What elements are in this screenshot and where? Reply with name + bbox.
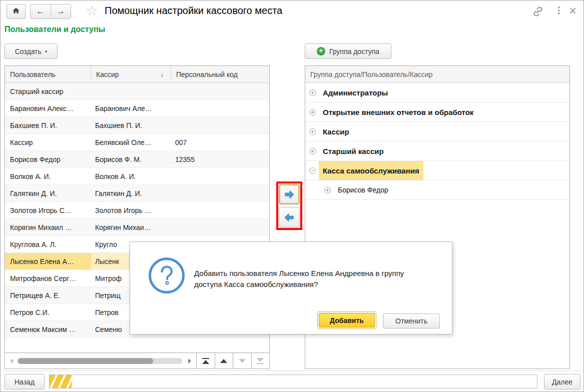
cell-user: Лысенко Елена А… xyxy=(5,253,91,270)
create-button[interactable]: Создать ▾ xyxy=(5,44,58,59)
confirm-button-outline: Добавить xyxy=(317,312,376,329)
column-header-user[interactable]: Пользователь xyxy=(5,66,91,82)
tree-group-row[interactable]: + Кассир xyxy=(305,122,569,142)
tree-group-row[interactable]: + Открытие внешних отчетов и обработок xyxy=(305,102,569,122)
tree-group-label: Администраторы xyxy=(319,83,392,102)
favorite-star-icon[interactable]: ☆ xyxy=(86,2,98,19)
cell-user: Корягин Михаил … xyxy=(5,219,91,236)
forward-button[interactable]: → xyxy=(51,4,71,18)
plus-icon: + xyxy=(317,47,325,56)
confirmation-dialog: Добавить пользователя Лысенко Елена Андр… xyxy=(130,242,452,334)
cell-cashier xyxy=(91,83,171,100)
home-icon xyxy=(11,6,21,18)
annotation-highlight-box xyxy=(276,182,302,230)
row-navigation-buttons xyxy=(196,353,269,368)
go-last-button[interactable] xyxy=(251,353,270,368)
tree-child-row[interactable]: + Борисов Федор xyxy=(305,180,569,200)
expand-icon[interactable]: + xyxy=(309,148,316,154)
tree-group-row[interactable]: + Администраторы xyxy=(305,83,569,102)
scroll-right-icon[interactable] xyxy=(188,358,191,364)
table-row[interactable]: Баранович Алекс… Баранович Але… xyxy=(5,100,269,117)
table-row[interactable]: Кассир Белявский Оле… 007 xyxy=(5,134,269,151)
cell-code xyxy=(171,185,269,202)
table-row[interactable]: Старший кассир xyxy=(5,83,269,100)
add-access-group-button[interactable]: + Группа доступа xyxy=(305,44,391,59)
go-down-icon xyxy=(239,359,246,363)
cell-user: Галяткин Д. И. xyxy=(5,185,91,202)
column-header-cashier-label: Кассир xyxy=(96,70,119,78)
cell-cashier: Золотов Игорь … xyxy=(91,202,171,218)
expand-icon[interactable]: + xyxy=(309,109,316,116)
cell-code xyxy=(171,117,269,134)
back-step-button[interactable]: Назад xyxy=(5,374,45,390)
cell-cashier: Корягин Михаи… xyxy=(91,219,171,236)
cell-user: Волков А. И. xyxy=(5,168,91,184)
users-table-header: Пользователь Кассир ↓ Персональный код xyxy=(5,66,269,83)
go-first-button[interactable] xyxy=(196,353,215,368)
tree-group-row[interactable]: + Старший кассир xyxy=(305,142,569,161)
cell-user: Круглова А. Л. xyxy=(5,236,91,252)
forward-icon: → xyxy=(57,6,65,16)
column-header-cashier[interactable]: Кассир ↓ xyxy=(91,66,171,82)
go-down-button[interactable] xyxy=(233,353,251,368)
table-row[interactable]: Борисов Федор Борисов Ф. М. 12355 xyxy=(5,151,269,168)
expand-icon[interactable]: + xyxy=(324,187,331,194)
cell-cashier: Белявский Оле… xyxy=(91,134,171,150)
tree-group-label: Старший кассир xyxy=(319,142,388,160)
table-row[interactable]: Золотов Игорь С… Золотов Игорь … xyxy=(5,202,269,219)
more-menu-icon[interactable]: ⋮ xyxy=(554,5,563,16)
next-step-button[interactable]: Далее xyxy=(544,374,580,390)
go-up-icon xyxy=(220,359,227,363)
cell-user: Петров С.И. xyxy=(5,304,91,320)
go-first-icon xyxy=(202,358,209,359)
scroll-left-icon[interactable] xyxy=(10,358,13,364)
cell-user: Старший кассир xyxy=(5,83,91,100)
expand-icon[interactable]: + xyxy=(309,128,316,135)
history-nav: ← → xyxy=(30,4,71,19)
horizontal-scrollbar[interactable] xyxy=(17,358,182,364)
cell-user: Борисов Федор xyxy=(5,151,91,168)
add-access-group-label: Группа доступа xyxy=(329,48,379,56)
cell-user: Кассир xyxy=(5,134,91,150)
tree-group-label: Открытие внешних отчетов и обработок xyxy=(319,102,477,122)
scrollbar-thumb[interactable] xyxy=(18,358,153,364)
cell-user: Баранович Алекс… xyxy=(5,100,91,116)
home-button[interactable] xyxy=(7,4,26,19)
create-button-label: Создать xyxy=(15,48,42,56)
dialog-message: Добавить пользователя Лысенко Елена Андр… xyxy=(194,268,414,290)
chevron-down-icon: ▾ xyxy=(45,49,48,54)
tree-child-label: Борисов Федор xyxy=(334,180,392,200)
cancel-button[interactable]: Отменить xyxy=(383,314,440,328)
table-row[interactable]: Волков А. И. Волков А. И. xyxy=(5,168,269,185)
tree-header: Группа доступа/Пользователь/Кассир xyxy=(305,66,569,83)
table-scroll-strip xyxy=(5,352,269,368)
progress-bar xyxy=(49,374,537,388)
tree-group-label: Касса самообслуживания xyxy=(319,161,423,180)
collapse-icon[interactable]: − xyxy=(309,168,316,174)
footer-divider xyxy=(1,370,583,371)
page-title: Помощник настройки кассового места xyxy=(105,5,282,16)
cell-user: Петрищев А. Е. xyxy=(5,287,91,304)
go-up-button[interactable] xyxy=(215,353,233,368)
table-row[interactable]: Галяткин Д. И. Галяткин Д. И. xyxy=(5,185,269,202)
sort-desc-icon: ↓ xyxy=(161,70,164,78)
table-row[interactable]: Бахшиев П. И. Бахшиев П. И. xyxy=(5,117,269,134)
cell-code xyxy=(171,202,269,218)
close-icon[interactable]: × xyxy=(569,3,576,18)
tree-group-row-selected[interactable]: − Касса самообслуживания xyxy=(305,161,569,180)
cell-code xyxy=(171,83,269,100)
cell-code: 12355 xyxy=(171,151,269,168)
confirm-button[interactable]: Добавить xyxy=(319,313,375,328)
link-icon[interactable] xyxy=(532,6,544,18)
cell-code xyxy=(171,219,269,236)
question-icon xyxy=(147,256,186,297)
column-header-code[interactable]: Персональный код xyxy=(171,66,269,82)
table-row[interactable]: Корягин Михаил … Корягин Михаи… xyxy=(5,219,269,236)
cell-user: Семенюк Максим … xyxy=(5,321,91,338)
cell-cashier: Борисов Ф. М. xyxy=(91,151,171,168)
back-button[interactable]: ← xyxy=(31,4,51,18)
cell-cashier: Волков А. И. xyxy=(91,168,171,184)
expand-icon[interactable]: + xyxy=(309,90,316,96)
go-last-icon xyxy=(257,358,264,362)
cell-user: Митрофанов Серг… xyxy=(5,270,91,286)
